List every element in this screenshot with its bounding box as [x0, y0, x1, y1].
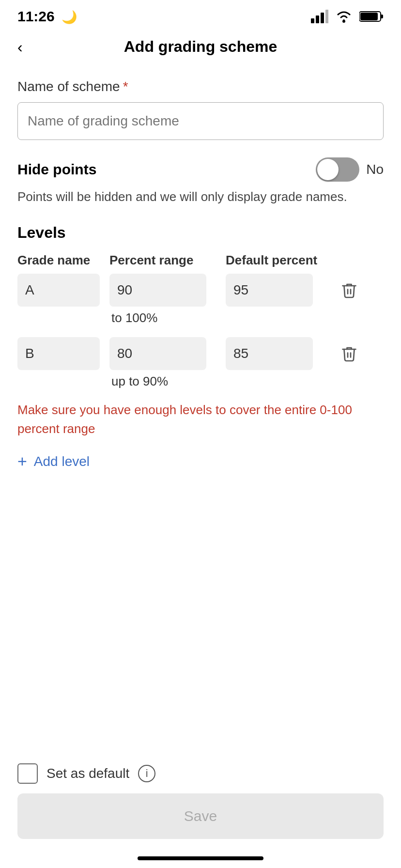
level-row-0: to 100% — [17, 274, 384, 326]
set-default-checkbox[interactable] — [17, 763, 38, 784]
svg-rect-7 — [360, 13, 378, 20]
signal-icon — [311, 10, 328, 23]
range-input-0[interactable] — [109, 274, 206, 307]
main-content: Name of scheme * Hide points No Points w… — [0, 64, 401, 471]
svg-rect-1 — [316, 16, 319, 23]
hide-points-toggle[interactable] — [316, 157, 359, 182]
toggle-area: No — [316, 157, 384, 182]
grade-name-col-0 — [17, 274, 109, 307]
status-icons — [311, 10, 384, 23]
page-title: Add grading scheme — [124, 38, 278, 56]
nav-header: ‹ Add grading scheme — [0, 29, 401, 64]
grade-name-header: Grade name — [17, 251, 109, 269]
save-button[interactable]: Save — [17, 793, 384, 839]
svg-rect-2 — [321, 13, 324, 23]
status-time: 11:26 🌙 — [17, 8, 77, 25]
range-label-0: to 100% — [109, 310, 226, 326]
delete-row-0[interactable] — [332, 274, 366, 299]
home-indicator — [138, 856, 263, 860]
levels-title: Levels — [17, 224, 384, 242]
set-default-label: Set as default — [46, 766, 129, 781]
hide-points-label: Hide points — [17, 161, 96, 178]
scheme-name-input[interactable] — [17, 102, 384, 140]
toggle-knob — [317, 159, 339, 180]
range-label-1: up to 90% — [109, 374, 226, 389]
name-field-section: Name of scheme * — [17, 79, 384, 157]
hide-points-description: Points will be hidden and we will only d… — [17, 187, 384, 206]
wifi-icon — [335, 10, 353, 23]
name-label: Name of scheme * — [17, 79, 384, 94]
default-col-0 — [226, 274, 332, 307]
grade-name-input-0[interactable] — [17, 274, 100, 307]
grade-name-col-1 — [17, 337, 109, 370]
default-percent-header: Default percent — [226, 251, 332, 269]
add-level-button[interactable]: + Add level — [17, 452, 90, 471]
range-col-0: to 100% — [109, 274, 226, 326]
default-col-1 — [226, 337, 332, 370]
levels-section: Levels Grade name Percent range Default … — [17, 224, 384, 471]
svg-rect-3 — [325, 10, 328, 23]
svg-rect-0 — [311, 18, 314, 23]
range-input-1[interactable] — [109, 337, 206, 370]
back-button[interactable]: ‹ — [17, 39, 23, 55]
add-level-plus-icon: + — [17, 452, 27, 471]
moon-icon: 🌙 — [62, 10, 77, 24]
hide-points-section: Hide points No Points will be hidden and… — [17, 157, 384, 206]
set-default-row: Set as default i — [17, 763, 384, 784]
required-marker: * — [123, 79, 128, 94]
hide-points-row: Hide points No — [17, 157, 384, 182]
info-icon[interactable]: i — [138, 765, 155, 782]
toggle-value: No — [366, 162, 384, 177]
battery-icon — [359, 10, 384, 23]
delete-row-1[interactable] — [332, 337, 366, 362]
percent-range-header: Percent range — [109, 251, 226, 269]
svg-point-4 — [342, 20, 345, 23]
default-input-1[interactable] — [226, 337, 313, 370]
grade-name-input-1[interactable] — [17, 337, 100, 370]
status-bar: 11:26 🌙 — [0, 0, 401, 29]
range-col-1: up to 90% — [109, 337, 226, 389]
default-input-0[interactable] — [226, 274, 313, 307]
levels-header: Grade name Percent range Default percent — [17, 251, 384, 269]
error-message: Make sure you have enough levels to cove… — [17, 401, 384, 438]
add-level-label: Add level — [34, 454, 90, 469]
bottom-section: Set as default i Save — [0, 763, 401, 839]
svg-rect-6 — [381, 15, 383, 18]
level-row-1: up to 90% — [17, 337, 384, 389]
